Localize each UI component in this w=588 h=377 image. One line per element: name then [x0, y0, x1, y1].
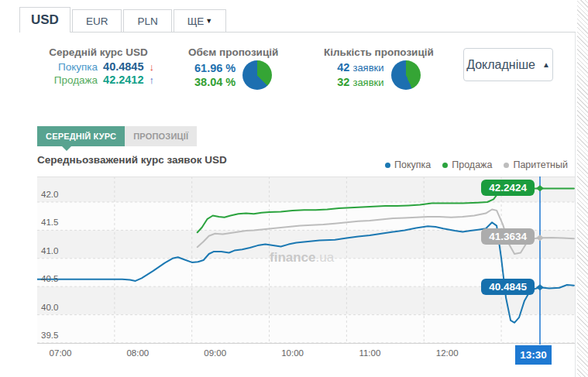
sell-dot-icon [442, 163, 448, 168]
buy-label: Покупка [58, 60, 98, 74]
arrow-down-icon: ↓ [150, 60, 155, 74]
crosshair-time-badge: 13:30 [515, 345, 552, 365]
count-title: Кількість пропозицій [324, 46, 434, 58]
tab-pln[interactable]: PLN [123, 9, 171, 33]
chevron-down-icon: ▼ [205, 17, 212, 25]
volume-sell-pct: 38.04 % [194, 75, 236, 89]
x-tick-label: 12:00 [436, 348, 459, 358]
x-tick-label: 11:00 [359, 348, 380, 358]
legend-item-parity[interactable]: Паритетный [504, 159, 568, 170]
tab-eur-label: EUR [86, 15, 108, 27]
y-tick-label: 42.0 [41, 190, 58, 199]
sell-label: Продажа [54, 74, 98, 87]
y-tick-label: 41.0 [41, 246, 58, 255]
avg-sell-row: Продажа 42.2412 ↑ [43, 74, 154, 87]
tab-average-rate[interactable]: СЕРЕДНІЙ КУРС [37, 126, 125, 146]
x-tick-label: 09:00 [204, 348, 226, 358]
buy-value: 40.4845 [103, 60, 143, 74]
volume-block: Обєм пропозицій 61.96 % 38.04 % [188, 46, 278, 90]
buy-value-badge: 40.4845 [481, 279, 535, 295]
volume-pie-chart [242, 60, 272, 90]
y-tick-label: 39.5 [41, 331, 58, 340]
count-buy: 42 заявки [337, 60, 383, 75]
panel-right-border [575, 32, 576, 377]
tab-more[interactable]: ЩЕ ▼ [174, 9, 227, 33]
tab-usd-label: USD [31, 12, 59, 28]
parity-value-badge: 41.3634 [481, 228, 535, 245]
buy-dot-icon [385, 163, 390, 168]
tab-usd[interactable]: USD [19, 7, 70, 33]
tab-offers[interactable]: ПРОПОЗИЦІЇ [125, 126, 197, 146]
avg-rate-block: Середній курс USD Покупка 40.4845 ↓ Прод… [43, 46, 154, 87]
y-tick-label: 41.5 [41, 218, 58, 227]
count-block: Кількість пропозицій 42 заявки 32 заявки [324, 46, 434, 90]
currency-tabbar: USD EUR PLN ЩЕ ▼ [19, 7, 228, 33]
count-sell: 32 заявки [337, 75, 383, 90]
details-button-label: Докладніше [466, 58, 535, 72]
y-tick-label: 40.5 [41, 274, 58, 283]
chart-legend: Покупка Продажа Паритетный [385, 159, 568, 170]
tab-more-label: ЩЕ [187, 15, 205, 27]
parity-dot-icon [504, 163, 509, 168]
chart-title: Середньозважений курс заявок USD [37, 154, 227, 166]
y-tick-label: 40.0 [41, 303, 58, 312]
watermark: finance.ua [270, 250, 334, 266]
legend-item-sell[interactable]: Продажа [442, 159, 492, 170]
x-tick-label: 08:00 [126, 348, 149, 358]
arrow-up-icon: ↑ [150, 74, 155, 87]
x-tick-label: 10:00 [281, 348, 304, 358]
count-pie-chart [391, 60, 421, 90]
avg-buy-row: Покупка 40.4845 ↓ [43, 60, 154, 74]
tab-eur[interactable]: EUR [72, 9, 122, 33]
sell-value-badge: 42.2424 [481, 180, 535, 196]
volume-buy-pct: 61.96 % [194, 61, 236, 75]
tab-pln-label: PLN [137, 15, 157, 27]
chevron-up-icon: ▲ [542, 60, 550, 69]
legend-item-buy[interactable]: Покупка [385, 159, 431, 170]
volume-title: Обєм пропозицій [188, 46, 278, 58]
x-tick-label: 07:00 [50, 348, 72, 358]
avg-rate-title: Середній курс USD [43, 46, 154, 58]
view-tabbar: СЕРЕДНІЙ КУРС ПРОПОЗИЦІЇ [37, 126, 197, 146]
details-button[interactable]: Докладніше ▲ [463, 48, 553, 81]
page-edge-hatch [577, 0, 588, 377]
rates-line-chart[interactable]: 39.540.040.541.041.542.0 07:0008:0009:00… [37, 177, 575, 344]
sell-value: 42.2412 [103, 74, 143, 87]
